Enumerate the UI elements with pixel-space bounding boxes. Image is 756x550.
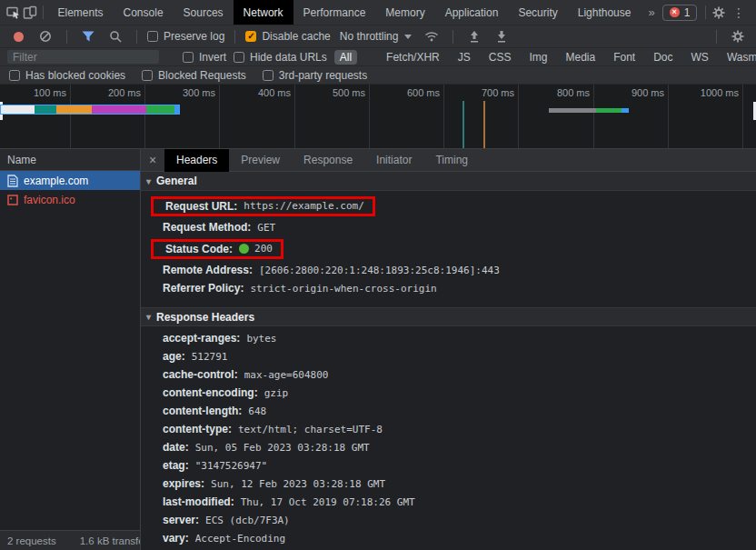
tab-network[interactable]: Network bbox=[234, 0, 293, 25]
general-section-header[interactable]: ▾ General bbox=[141, 172, 756, 191]
filter-chip-css[interactable]: CSS bbox=[483, 50, 517, 65]
has-blocked-cookies-toggle[interactable]: Has blocked cookies bbox=[9, 69, 125, 82]
search-icon[interactable] bbox=[104, 26, 126, 46]
transferred-size: 1.6 kB transferred bbox=[80, 535, 140, 546]
header-row: etag:"3147526947" bbox=[141, 456, 756, 475]
header-row-request-url: Request URL: https://example.com/ bbox=[141, 194, 756, 218]
settings-gear-icon[interactable] bbox=[711, 3, 727, 23]
disable-cache-toggle[interactable]: ✓ Disable cache bbox=[245, 30, 330, 43]
tab-lighthouse[interactable]: Lighthouse bbox=[568, 0, 642, 25]
invert-toggle[interactable]: Invert bbox=[183, 51, 226, 64]
kebab-menu-icon[interactable]: ⋮ bbox=[727, 5, 751, 20]
status-green-dot-icon bbox=[239, 244, 249, 254]
network-toolbar: Preserve log ✓ Disable cache No throttli… bbox=[0, 25, 756, 47]
throttling-dropdown[interactable]: No throttling bbox=[336, 30, 416, 43]
network-settings-gear-icon[interactable] bbox=[727, 26, 749, 46]
filter-chip-media[interactable]: Media bbox=[560, 50, 601, 65]
preserve-log-checkbox[interactable] bbox=[147, 31, 158, 42]
invert-checkbox[interactable] bbox=[183, 52, 194, 63]
header-value: Accept-Encoding bbox=[195, 533, 285, 545]
filter-funnel-icon[interactable] bbox=[77, 26, 99, 46]
tab-timing[interactable]: Timing bbox=[423, 149, 480, 172]
inspect-element-icon[interactable] bbox=[5, 3, 22, 23]
record-icon[interactable] bbox=[7, 26, 29, 46]
divider bbox=[136, 30, 137, 44]
has-blocked-cookies-checkbox[interactable] bbox=[9, 70, 20, 81]
timeline-tick: 1000 ms bbox=[669, 85, 743, 148]
tab-memory[interactable]: Memory bbox=[375, 0, 434, 25]
has-blocked-cookies-label: Has blocked cookies bbox=[25, 69, 125, 82]
preserve-log-toggle[interactable]: Preserve log bbox=[147, 30, 224, 43]
section-title: General bbox=[156, 175, 197, 187]
invert-label: Invert bbox=[199, 51, 226, 64]
header-value: text/html; charset=UTF-8 bbox=[238, 424, 383, 435]
hide-data-urls-checkbox[interactable] bbox=[234, 52, 244, 63]
tab-application[interactable]: Application bbox=[435, 0, 509, 25]
hide-data-urls-toggle[interactable]: Hide data URLs bbox=[234, 51, 327, 64]
response-headers-section-header[interactable]: ▾ Response Headers bbox=[141, 307, 756, 326]
filter-chip-img[interactable]: Img bbox=[523, 50, 552, 65]
header-key: content-type: bbox=[163, 423, 232, 435]
header-key: date: bbox=[163, 441, 189, 454]
header-value: [2606:2800:220:1:248:1893:25c8:1946]:443 bbox=[259, 265, 500, 276]
filter-chip-all[interactable]: All bbox=[334, 50, 357, 65]
device-toolbar-icon[interactable] bbox=[22, 3, 38, 23]
tab-console[interactable]: Console bbox=[114, 0, 174, 25]
import-har-icon[interactable] bbox=[463, 26, 485, 46]
header-row: age:512791 bbox=[141, 347, 756, 365]
tab-elements[interactable]: Elements bbox=[48, 0, 114, 25]
preserve-log-label: Preserve log bbox=[164, 30, 224, 43]
request-name: favicon.ico bbox=[24, 194, 75, 206]
filter-chip-wasm[interactable]: Wasm bbox=[721, 50, 756, 65]
header-key: last-modified: bbox=[163, 495, 234, 508]
filter-chip-fetch-xhr[interactable]: Fetch/XHR bbox=[381, 50, 445, 65]
blocked-requests-toggle[interactable]: Blocked Requests bbox=[142, 69, 246, 82]
document-icon bbox=[7, 175, 18, 187]
timeline-tick: 800 ms bbox=[520, 85, 594, 148]
tab-performance[interactable]: Performance bbox=[293, 0, 376, 25]
tab-sources[interactable]: Sources bbox=[174, 0, 234, 25]
clear-icon[interactable] bbox=[35, 26, 56, 46]
network-conditions-icon[interactable] bbox=[421, 26, 443, 46]
filter-chip-font[interactable]: Font bbox=[608, 50, 641, 65]
error-badge[interactable]: × 1 bbox=[662, 5, 698, 21]
third-party-requests-toggle[interactable]: 3rd-party requests bbox=[263, 69, 367, 82]
requests-panel: Name example.com favicon.ico 2 requests … bbox=[0, 149, 141, 550]
tab-initiator[interactable]: Initiator bbox=[364, 149, 423, 172]
tab-security[interactable]: Security bbox=[508, 0, 567, 25]
disable-cache-checkbox[interactable]: ✓ bbox=[245, 31, 256, 42]
network-overview-timeline[interactable]: 100 ms 200 ms 300 ms 400 ms 500 ms 600 m… bbox=[0, 84, 756, 149]
more-tabs-icon[interactable]: » bbox=[641, 5, 662, 19]
close-icon[interactable]: × bbox=[141, 153, 164, 167]
export-har-icon[interactable] bbox=[491, 26, 512, 46]
filter-input[interactable] bbox=[7, 50, 159, 64]
error-count: 1 bbox=[684, 6, 691, 19]
header-key: etag: bbox=[163, 459, 189, 472]
tab-preview[interactable]: Preview bbox=[229, 149, 292, 172]
network-summary-bar: 2 requests 1.6 kB transferred bbox=[0, 530, 140, 550]
blocked-filters-bar: Has blocked cookies Blocked Requests 3rd… bbox=[0, 65, 756, 84]
filter-chip-doc[interactable]: Doc bbox=[648, 50, 678, 65]
filter-chip-js[interactable]: JS bbox=[453, 50, 476, 65]
waterfall-bar-favicon bbox=[549, 108, 629, 113]
filter-bar: Invert Hide data URLs All Fetch/XHR JS C… bbox=[0, 47, 756, 65]
header-key: age: bbox=[163, 350, 185, 363]
request-count: 2 requests bbox=[7, 535, 56, 546]
header-value: "3147526947" bbox=[195, 460, 267, 472]
filter-chip-ws[interactable]: WS bbox=[686, 50, 714, 65]
name-column-header[interactable]: Name bbox=[0, 149, 140, 171]
timeline-tick: 200 ms bbox=[71, 85, 145, 148]
header-row-request-method: Request Method: GET bbox=[141, 218, 756, 236]
header-row: content-encoding:gzip bbox=[141, 384, 756, 402]
third-party-requests-checkbox[interactable] bbox=[263, 70, 274, 81]
blocked-requests-checkbox[interactable] bbox=[142, 70, 153, 81]
tab-response[interactable]: Response bbox=[292, 149, 364, 172]
request-row-example-com[interactable]: example.com bbox=[0, 171, 140, 190]
request-row-favicon[interactable]: favicon.ico bbox=[0, 190, 140, 209]
timeline-tick: 700 ms bbox=[444, 85, 519, 148]
header-row: server:ECS (dcb/7F3A) bbox=[141, 511, 756, 529]
tab-headers[interactable]: Headers bbox=[164, 149, 229, 172]
header-value: GET bbox=[257, 222, 275, 234]
header-row: date:Sun, 05 Feb 2023 03:28:18 GMT bbox=[141, 438, 756, 456]
header-key: content-length: bbox=[163, 405, 242, 417]
